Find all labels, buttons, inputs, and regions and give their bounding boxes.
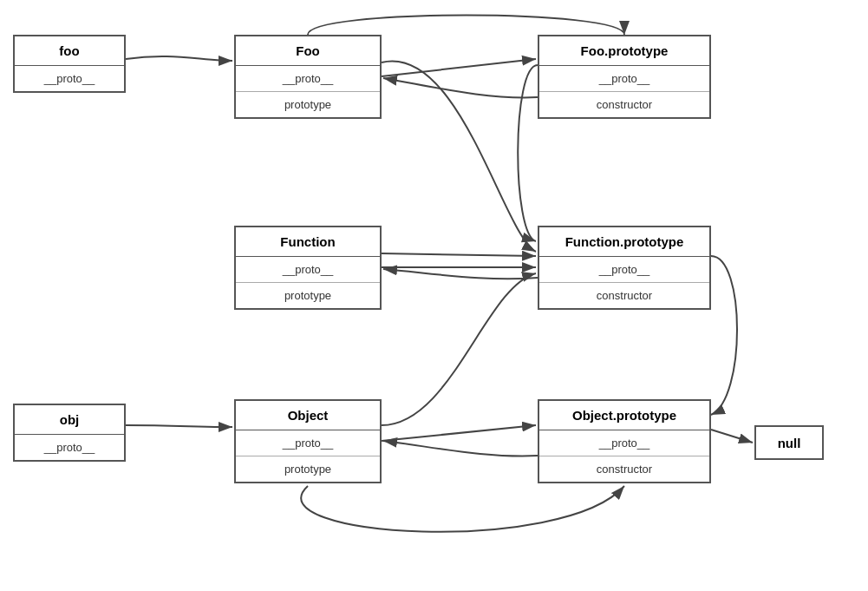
Foo-proto-row: __proto__ <box>236 66 380 92</box>
FunctionPrototype-box: Function.prototype __proto__ constructor <box>538 226 711 310</box>
null-title: null <box>769 429 810 457</box>
foo-title: foo <box>15 36 124 66</box>
FooPrototype-title: Foo.prototype <box>539 36 709 66</box>
obj-title: obj <box>15 405 124 435</box>
FunctionPrototype-constructor-row: constructor <box>539 283 709 308</box>
Object-proto-row: __proto__ <box>236 430 380 456</box>
FooPrototype-proto-row: __proto__ <box>539 66 709 92</box>
ObjectPrototype-constructor-row: constructor <box>539 456 709 482</box>
Function-proto-row: __proto__ <box>236 257 380 283</box>
obj-box: obj __proto__ <box>13 404 126 462</box>
null-box: null <box>754 425 824 460</box>
ObjectPrototype-proto-row: __proto__ <box>539 430 709 456</box>
FooPrototype-constructor-row: constructor <box>539 92 709 117</box>
Object-title: Object <box>236 401 380 430</box>
Foo-prototype-row: prototype <box>236 92 380 117</box>
Foo-title: Foo <box>236 36 380 66</box>
ObjectPrototype-box: Object.prototype __proto__ constructor <box>538 399 711 483</box>
FunctionPrototype-title: Function.prototype <box>539 227 709 257</box>
Object-box: Object __proto__ prototype <box>234 399 382 483</box>
Function-title: Function <box>236 227 380 257</box>
diagram-arrows <box>0 0 868 591</box>
Foo-box: Foo __proto__ prototype <box>234 35 382 119</box>
FunctionPrototype-proto-row: __proto__ <box>539 257 709 283</box>
obj-proto-row: __proto__ <box>15 435 124 460</box>
Function-prototype-row: prototype <box>236 283 380 308</box>
Function-box: Function __proto__ prototype <box>234 226 382 310</box>
foo-proto-row: __proto__ <box>15 66 124 91</box>
FooPrototype-box: Foo.prototype __proto__ constructor <box>538 35 711 119</box>
ObjectPrototype-title: Object.prototype <box>539 401 709 430</box>
foo-box: foo __proto__ <box>13 35 126 93</box>
Object-prototype-row: prototype <box>236 456 380 482</box>
